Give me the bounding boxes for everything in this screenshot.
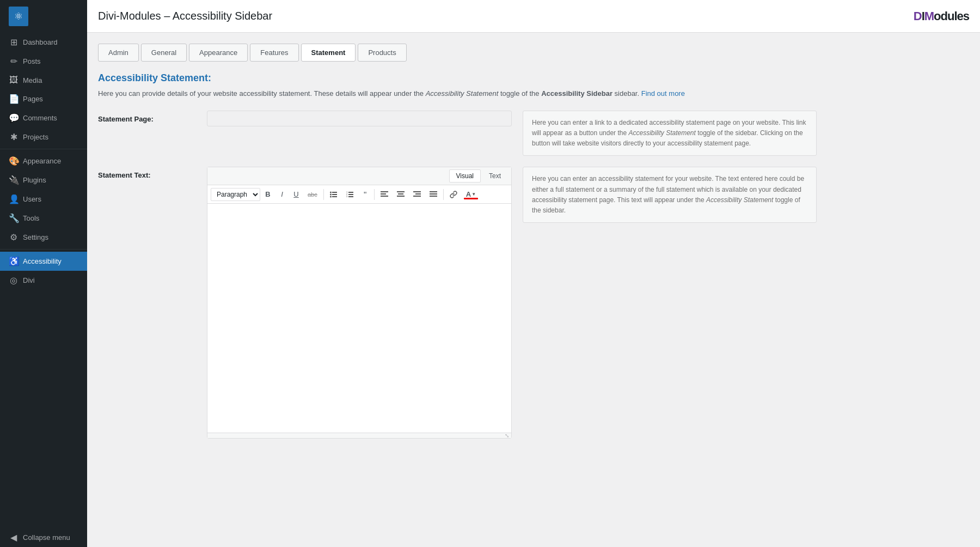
svg-rect-17: [398, 193, 403, 195]
sidebar-item-label: Media: [23, 76, 42, 84]
svg-rect-16: [397, 191, 405, 192]
page-title: Divi-Modules – Accessibility Sidebar: [98, 10, 272, 22]
sidebar-item-plugins[interactable]: 🔌 Plugins: [0, 171, 87, 190]
ol-button[interactable]: 123: [342, 189, 358, 200]
ol-icon: 123: [346, 191, 354, 198]
sidebar-item-comments[interactable]: 💬 Comments: [0, 108, 87, 127]
posts-icon: ✏: [9, 56, 19, 66]
svg-rect-18: [397, 196, 405, 197]
svg-rect-22: [413, 196, 421, 197]
editor-resize-handle[interactable]: ⤡: [207, 433, 511, 438]
align-left-icon: [381, 191, 388, 198]
svg-rect-25: [430, 193, 437, 195]
sidebar-item-label: Users: [23, 195, 41, 203]
sidebar-item-label: Settings: [23, 233, 48, 241]
divi-icon: ◎: [9, 275, 19, 285]
statement-page-label: Statement Page:: [98, 111, 207, 123]
text-editor: Visual Text Paragraph B I U abc: [207, 167, 512, 439]
resize-icon: ⤡: [505, 433, 509, 439]
sidebar-divider: [0, 149, 87, 149]
tab-products[interactable]: Products: [358, 44, 406, 62]
accessibility-icon: ♿: [9, 256, 19, 266]
underline-button[interactable]: U: [290, 188, 303, 200]
ul-button[interactable]: [326, 189, 341, 200]
ul-icon: [330, 191, 338, 198]
sidebar-item-projects[interactable]: ✱ Projects: [0, 127, 87, 147]
sidebar-item-label: Divi: [23, 276, 35, 284]
logo-suffix: odules: [934, 9, 969, 23]
sidebar-divider-2: [0, 249, 87, 250]
sidebar-item-label: Tools: [23, 214, 39, 222]
sidebar-item-settings[interactable]: ⚙ Settings: [0, 228, 87, 247]
tab-general[interactable]: General: [141, 44, 187, 62]
align-left-button[interactable]: [377, 189, 392, 200]
sidebar-item-users[interactable]: 👤 Users: [0, 190, 87, 209]
editor-tab-text[interactable]: Text: [482, 169, 508, 183]
svg-rect-26: [430, 196, 437, 197]
svg-rect-21: [415, 193, 421, 195]
align-center-button[interactable]: [393, 189, 408, 200]
sidebar-item-label: Appearance: [23, 157, 61, 165]
sidebar-item-collapse[interactable]: ◀ Collapse menu: [0, 528, 87, 547]
tab-appearance[interactable]: Appearance: [189, 44, 248, 62]
desc-bold1: Accessibility Sidebar: [541, 89, 612, 98]
sidebar-item-dashboard[interactable]: ⊞ Dashboard: [0, 33, 87, 52]
dashboard-icon: ⊞: [9, 37, 19, 47]
svg-point-5: [330, 196, 332, 197]
section-title: Accessibility Statement:: [98, 72, 969, 84]
align-justify-button[interactable]: [426, 189, 441, 200]
strikethrough-button[interactable]: abc: [304, 189, 321, 200]
svg-rect-13: [381, 193, 386, 195]
brand-logo: DIModules: [914, 9, 969, 23]
svg-rect-8: [348, 196, 353, 197]
pages-icon: 📄: [9, 94, 19, 104]
bold-button[interactable]: B: [261, 188, 274, 200]
blockquote-button[interactable]: ": [359, 187, 372, 201]
editor-tab-visual[interactable]: Visual: [449, 169, 481, 183]
statement-text-hint: Here you can enter an accessibility stat…: [523, 167, 817, 223]
text-color-button[interactable]: A ▼: [462, 188, 480, 200]
align-right-button[interactable]: [409, 189, 425, 200]
sidebar-item-divi[interactable]: ◎ Divi: [0, 271, 87, 290]
form-row-statement-page: Statement Page: Here you can enter a lin…: [98, 111, 969, 156]
settings-icon: ⚙: [9, 232, 19, 242]
svg-rect-20: [413, 191, 421, 192]
comments-icon: 💬: [9, 113, 19, 123]
collapse-icon: ◀: [9, 532, 19, 543]
svg-text:3: 3: [346, 195, 348, 198]
find-out-more-link[interactable]: Find out more: [641, 89, 685, 98]
sidebar-bottom: ◀ Collapse menu: [0, 528, 87, 547]
sidebar-item-label: Projects: [23, 133, 48, 141]
sidebar-item-pages[interactable]: 📄 Pages: [0, 89, 87, 108]
section-description: Here you can provide details of your web…: [98, 88, 969, 100]
sidebar: ⚛ ⊞ Dashboard ✏ Posts 🖼 Media 📄 Pages 💬 …: [0, 0, 87, 547]
link-button[interactable]: [446, 189, 461, 200]
editor-content-area[interactable]: [207, 204, 511, 433]
sidebar-item-accessibility[interactable]: ♿ Accessibility: [0, 252, 87, 271]
svg-rect-1: [332, 194, 337, 195]
tab-features[interactable]: Features: [250, 44, 298, 62]
italic-button[interactable]: I: [275, 188, 289, 200]
projects-icon: ✱: [9, 132, 19, 142]
sidebar-item-appearance[interactable]: 🎨 Appearance: [0, 151, 87, 171]
paragraph-select[interactable]: Paragraph: [211, 188, 260, 201]
media-icon: 🖼: [9, 75, 19, 85]
sidebar-item-posts[interactable]: ✏ Posts: [0, 52, 87, 71]
sidebar-item-label: Posts: [23, 57, 41, 65]
tab-admin[interactable]: Admin: [98, 44, 139, 62]
statement-page-input[interactable]: [207, 111, 512, 126]
statement-page-hint: Here you can enter a link to a dedicated…: [523, 111, 817, 156]
sidebar-item-tools[interactable]: 🔧 Tools: [0, 209, 87, 228]
sidebar-item-label: Plugins: [23, 176, 46, 184]
desc-after: sidebar.: [612, 89, 639, 98]
svg-rect-14: [381, 196, 388, 197]
tab-statement[interactable]: Statement: [301, 44, 356, 62]
sidebar-item-media[interactable]: 🖼 Media: [0, 71, 87, 89]
statement-page-field: [207, 111, 512, 126]
svg-rect-6: [348, 192, 353, 193]
svg-rect-24: [430, 191, 437, 192]
form-row-statement-text: Statement Text: Visual Text Paragraph B: [98, 167, 969, 439]
sidebar-item-label: Comments: [23, 114, 57, 122]
svg-rect-2: [332, 196, 337, 197]
settings-form: Statement Page: Here you can enter a lin…: [98, 111, 969, 439]
